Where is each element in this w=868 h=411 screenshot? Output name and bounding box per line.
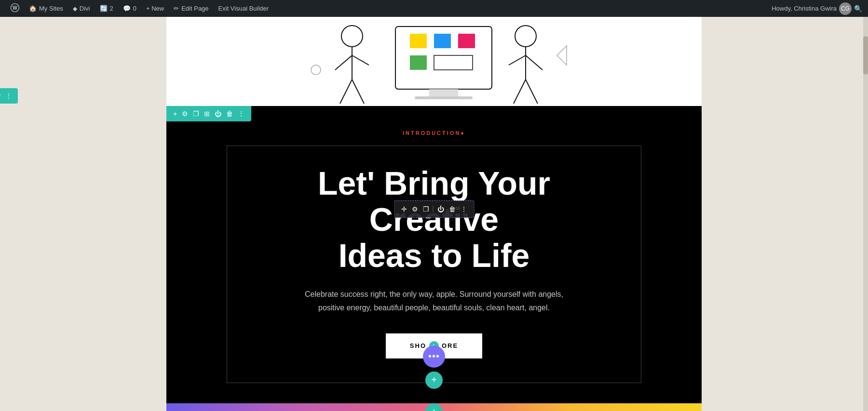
section-settings-icon[interactable]: ⚙ [181,109,189,119]
intro-heading: Let' Bring Your Creative Ideas to Life [266,165,602,273]
svg-line-18 [509,55,526,65]
module-settings-icon[interactable]: ⚙ [411,204,419,214]
canvas: + ⚙ ❐ ⊞ ⏻ 🗑 ⋮ ✛ ⚙ ❐ ⏻ 🗑 ⋮ INTRODUCTION● [166,17,702,411]
svg-rect-15 [434,55,473,70]
svg-rect-12 [434,34,451,48]
section-grid-icon[interactable]: ⊞ [203,109,211,119]
admin-bar-right: Howdy, Christina Gwira CG 🔍 [772,2,862,15]
scrollbar[interactable] [863,17,868,411]
search-icon[interactable]: 🔍 [854,5,862,13]
row-toolbar-left: + ⚙ ❐ ⏻ 🗑 ⋮ [0,88,18,104]
howdy-label: Howdy, Christina Gwira [772,5,837,12]
row-trash-icon[interactable]: 🗑 [0,91,2,101]
module-move-icon[interactable]: ✛ [400,204,408,214]
svg-text:W: W [13,5,17,11]
house-icon: 🏠 [29,5,37,12]
wp-logo[interactable]: W [6,0,24,17]
svg-point-16 [515,26,536,47]
dots-menu-button[interactable]: ••• [423,345,445,368]
row-more-icon[interactable]: ⋮ [4,91,13,101]
intro-subtext: Celebrate success right, the only way, a… [294,288,574,314]
edit-page-button[interactable]: ✏ Edit Page [169,0,213,17]
svg-line-6 [340,80,352,104]
section-more-icon[interactable]: ⋮ [237,109,245,119]
svg-line-21 [526,80,538,104]
admin-bar: W 🏠 My Sites ◆ Divi 🔄 2 💬 0 + New ✏ Edit… [0,0,868,17]
intro-label: INTRODUCTION● [403,130,465,136]
svg-rect-13 [458,34,475,48]
svg-rect-11 [410,34,427,48]
module-power-icon[interactable]: ⏻ [436,204,445,214]
svg-point-23 [311,65,321,75]
section-duplicate-icon[interactable]: ❐ [192,109,200,119]
my-sites-label: My Sites [39,5,63,12]
svg-line-7 [352,80,364,104]
pencil-icon: ✏ [174,5,179,12]
my-sites-menu[interactable]: 🏠 My Sites [24,0,68,17]
wordpress-icon: W [11,3,19,14]
svg-rect-9 [429,89,458,96]
svg-line-4 [335,55,352,70]
exit-vb-label: Exit Visual Builder [218,5,269,12]
comments-count: 0 [133,5,136,12]
illustration-svg [289,17,579,106]
section-add-icon[interactable]: + [172,109,178,119]
new-menu[interactable]: + New [141,0,169,17]
section-toolbar: + ⚙ ❐ ⊞ ⏻ 🗑 ⋮ [166,106,251,121]
svg-line-20 [514,80,526,104]
divi-icon: ◆ [73,5,77,12]
comments-menu[interactable]: 💬 0 [118,0,141,17]
page-wrapper: + ⚙ ❐ ⏻ 🗑 ⋮ [0,17,868,411]
section-power-icon[interactable]: ⏻ [214,109,222,119]
edit-page-label: Edit Page [181,5,208,12]
section-top [166,17,702,106]
svg-marker-22 [557,46,567,65]
section-trash-icon[interactable]: 🗑 [225,109,234,119]
module-duplicate-icon[interactable]: ❐ [422,204,430,214]
new-label: + New [146,5,164,12]
module-more-icon[interactable]: ⋮ [460,204,468,214]
module-toolbar: ✛ ⚙ ❐ ⏻ 🗑 ⋮ [394,200,475,218]
comments-icon: 💬 [123,5,131,12]
bottom-controls: ••• + [423,345,445,389]
intro-dot: ● [461,130,465,136]
dots-icon: ••• [428,351,440,362]
divi-menu[interactable]: ◆ Divi [68,0,95,17]
svg-rect-10 [415,96,473,99]
avatar[interactable]: CG [839,2,852,15]
svg-point-2 [341,26,363,47]
exit-vb-button[interactable]: Exit Visual Builder [214,0,274,17]
illustration-area [166,17,702,106]
updates-icon: 🔄 [100,5,108,12]
updates-count: 2 [110,5,113,12]
scrollbar-thumb[interactable] [863,36,868,75]
module-trash-icon[interactable]: 🗑 [448,204,457,214]
add-row-button[interactable]: + [425,371,443,389]
divi-label: Divi [80,5,90,12]
svg-line-19 [526,55,542,70]
svg-line-5 [352,55,369,65]
updates-menu[interactable]: 🔄 2 [95,0,118,17]
svg-rect-14 [410,55,427,70]
